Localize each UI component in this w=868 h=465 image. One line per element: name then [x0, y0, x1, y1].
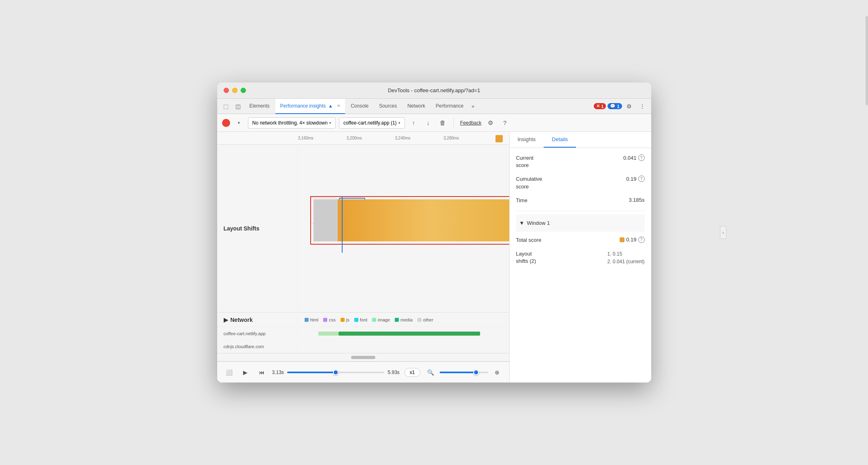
- skip-back-icon[interactable]: ⏮: [256, 367, 267, 378]
- scrollbar-thumb[interactable]: [351, 356, 375, 359]
- speed-button[interactable]: x1: [404, 368, 420, 377]
- time-slider-thumb[interactable]: [333, 370, 339, 375]
- throttling-arrow-icon: ▾: [329, 121, 331, 125]
- legend-html: html: [305, 317, 319, 322]
- current-score-label: Currentscore: [516, 154, 534, 169]
- tab-elements[interactable]: Elements: [245, 99, 275, 114]
- window-section-toggle[interactable]: ▼ Window 1: [519, 218, 641, 228]
- main-content: 3,160ms 3,200ms 3,240ms 3,280ms Layout S…: [217, 132, 651, 383]
- tab-right-actions: ✕1 💬1 ⚙ ⋮: [594, 101, 648, 112]
- screenshot-icon[interactable]: ⬜: [224, 367, 235, 378]
- close-button[interactable]: [224, 88, 229, 93]
- tab-sources[interactable]: Sources: [374, 99, 402, 114]
- network-row-0-label: coffee-cart.netlify.app: [217, 331, 298, 336]
- right-content: Currentscore 0.041 ? Cumulativescore 0.1…: [510, 148, 651, 383]
- legend-font-dot: [354, 318, 358, 322]
- bar-light: [318, 332, 339, 336]
- delete-icon[interactable]: 🗑: [437, 117, 449, 129]
- layout-shifts-timeline[interactable]: ☕ ☕: [298, 145, 509, 312]
- minimize-button[interactable]: [232, 88, 237, 93]
- network-row-0[interactable]: coffee-cart.netlify.app: [217, 327, 509, 340]
- tab-performance-insights[interactable]: Performance insights ▲ ✕: [275, 99, 345, 114]
- network-row-1[interactable]: cdnjs.cloudflare.com: [217, 340, 509, 353]
- time-slider-fill: [287, 372, 336, 373]
- gear-icon[interactable]: ⚙: [485, 117, 496, 129]
- layout-shifts-count-label: Layoutshifts (2): [516, 250, 536, 265]
- time-marker-4: 3,280ms: [444, 136, 492, 140]
- legend-image: image: [372, 317, 390, 322]
- shift-outer-rect: [310, 196, 509, 245]
- throttling-dropdown[interactable]: No network throttling, 4× slowdown ▾: [248, 117, 336, 129]
- legend-font: font: [354, 317, 367, 322]
- zoom-control: 🔍 ⊕: [425, 367, 503, 378]
- metric-layout-shifts: Layoutshifts (2) 1. 0.152. 0.041 (curren…: [516, 250, 645, 266]
- download-icon[interactable]: ↓: [423, 117, 434, 129]
- traffic-lights: [224, 88, 246, 93]
- legend-other: other: [417, 317, 433, 322]
- main-toolbar: ▾ No network throttling, 4× slowdown ▾ c…: [217, 114, 651, 132]
- tab-console[interactable]: Console: [346, 99, 373, 114]
- section-divider: [516, 211, 645, 211]
- cumulative-score-help-icon[interactable]: ?: [638, 175, 645, 182]
- time-slider[interactable]: [287, 372, 385, 373]
- zoom-slider[interactable]: [440, 372, 488, 373]
- bar-dark: [339, 332, 480, 336]
- network-row-0-bar: [298, 327, 509, 340]
- total-score-value: 0.19 ?: [620, 237, 644, 243]
- metric-cumulative-score: Cumulativescore 0.19 ?: [516, 175, 645, 190]
- error-badge[interactable]: ✕1: [594, 103, 606, 109]
- network-section: ▶ Network html css: [217, 313, 509, 353]
- network-rows: coffee-cart.netlify.app cdnjs.cloudflare…: [217, 327, 509, 353]
- message-badge[interactable]: 💬1: [608, 103, 622, 109]
- layout-shifts-count-value: 1. 0.152. 0.041 (current): [607, 250, 644, 266]
- network-label[interactable]: ▶ Network: [217, 317, 298, 323]
- section-arrow-icon: ▼: [519, 220, 525, 226]
- metric-total-score: Total score 0.19 ?: [516, 237, 645, 244]
- devtools-window: DevTools - coffee-cart.netlify.app/?ad=1…: [217, 82, 651, 383]
- current-score-help-icon[interactable]: ?: [638, 154, 645, 161]
- legend-html-label: html: [310, 317, 319, 322]
- legend-media-label: media: [400, 317, 413, 322]
- time-label: Time: [516, 197, 527, 204]
- record-button[interactable]: [222, 119, 230, 127]
- window-section-header: ▼ Window 1: [516, 214, 645, 232]
- total-score-label: Total score: [516, 237, 542, 244]
- profile-arrow-icon: ▾: [398, 121, 400, 125]
- metric-time: Time 3.185s: [516, 197, 645, 204]
- total-score-help-icon[interactable]: ?: [638, 237, 645, 243]
- time-marker-1: 3,160ms: [298, 136, 347, 140]
- tab-performance[interactable]: Performance: [431, 99, 468, 114]
- tab-bar: ⬚ ◫ Elements Performance insights ▲ ✕ Co…: [217, 99, 651, 114]
- feedback-link[interactable]: Feedback: [460, 120, 482, 126]
- more-options-icon[interactable]: ⋮: [637, 101, 648, 112]
- zoom-in-icon[interactable]: ⊕: [491, 367, 503, 378]
- metric-current-score: Currentscore 0.041 ?: [516, 154, 645, 169]
- legend-css: css: [323, 317, 336, 322]
- tab-close-icon[interactable]: ✕: [337, 104, 340, 108]
- help-icon[interactable]: ?: [499, 117, 510, 129]
- more-tabs-button[interactable]: »: [469, 104, 477, 109]
- maximize-button[interactable]: [241, 88, 246, 93]
- tab-details[interactable]: Details: [544, 131, 576, 148]
- tab-insights[interactable]: Insights: [510, 131, 544, 148]
- zoom-out-icon[interactable]: 🔍: [425, 367, 436, 378]
- legend-css-label: css: [329, 317, 336, 322]
- profile-dropdown[interactable]: coffee-cart.netlify.app (1) ▾: [339, 117, 405, 129]
- zoom-slider-fill: [440, 372, 476, 373]
- settings-icon[interactable]: ⚙: [624, 101, 635, 112]
- current-score-value: 0.041 ?: [623, 154, 645, 161]
- time-start: 3.13s: [272, 370, 284, 375]
- legend-other-dot: [417, 318, 421, 322]
- legend-js-dot: [341, 318, 345, 322]
- cursor-icon[interactable]: ⬚: [220, 101, 232, 112]
- device-icon[interactable]: ◫: [233, 101, 244, 112]
- zoom-slider-thumb[interactable]: [473, 370, 479, 375]
- horizontal-scrollbar[interactable]: [217, 353, 509, 361]
- upload-icon[interactable]: ↑: [408, 117, 419, 129]
- play-icon[interactable]: ▶: [240, 367, 251, 378]
- record-dropdown-arrow[interactable]: ▾: [233, 117, 245, 129]
- tab-network[interactable]: Network: [402, 99, 430, 114]
- timeline-header: 3,160ms 3,200ms 3,240ms 3,280ms: [217, 132, 509, 145]
- right-panel: Insights Details Currentscore 0.041 ?: [510, 132, 651, 383]
- legend-js: js: [341, 317, 349, 322]
